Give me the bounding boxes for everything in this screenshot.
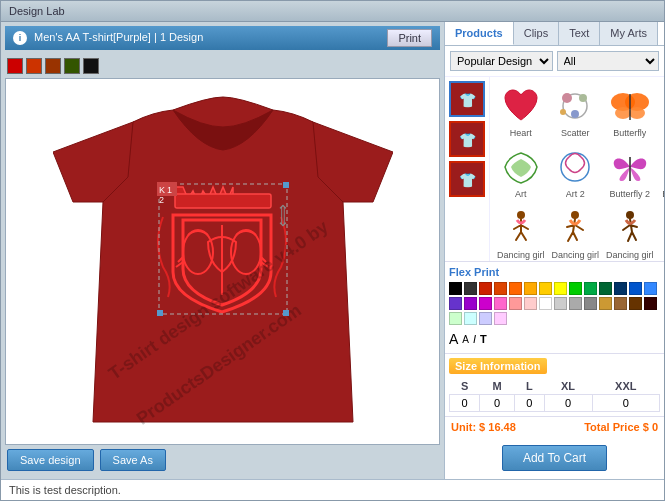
swatch-brown[interactable] bbox=[45, 58, 61, 74]
palette-darkgray[interactable] bbox=[464, 282, 477, 295]
unit-price-value: $ 16.48 bbox=[479, 421, 516, 433]
palette-light-blue[interactable] bbox=[644, 282, 657, 295]
tab-text[interactable]: Text bbox=[559, 22, 600, 45]
swatch-green[interactable] bbox=[64, 58, 80, 74]
flex-print-palette bbox=[449, 282, 660, 325]
thumb-item-1[interactable]: 👕 bbox=[449, 81, 485, 117]
palette-dark-green[interactable] bbox=[599, 282, 612, 295]
flex-print-section: Flex Print bbox=[445, 261, 664, 353]
palette-black[interactable] bbox=[449, 282, 462, 295]
palette-violet[interactable] bbox=[464, 297, 477, 310]
swatch-dark-red[interactable] bbox=[26, 58, 42, 74]
palette-magenta[interactable] bbox=[479, 297, 492, 310]
palette-light-gray[interactable] bbox=[554, 297, 567, 310]
filter-row: Popular Design New Design Featured All A… bbox=[445, 46, 664, 77]
save-design-button[interactable]: Save design bbox=[7, 449, 94, 471]
clip-label-heart: Heart bbox=[510, 128, 532, 138]
text-small-icon[interactable]: A bbox=[462, 334, 469, 345]
palette-white[interactable] bbox=[539, 297, 552, 310]
tab-my-arts[interactable]: My Arts bbox=[600, 22, 658, 45]
swatch-black[interactable] bbox=[83, 58, 99, 74]
palette-very-light-pink[interactable] bbox=[524, 297, 537, 310]
clip-art1[interactable]: Art bbox=[495, 143, 547, 201]
design-count: | 1 Design bbox=[154, 31, 203, 43]
size-val-l[interactable]: 0 bbox=[515, 395, 545, 412]
design-type-select[interactable]: Popular Design New Design Featured bbox=[450, 51, 553, 71]
app-title: Design Lab bbox=[9, 5, 65, 17]
palette-light-pink[interactable] bbox=[509, 297, 522, 310]
palette-navy[interactable] bbox=[614, 282, 627, 295]
thumb-item-2[interactable]: 👕 bbox=[449, 121, 485, 157]
clip-heart[interactable]: Heart bbox=[495, 82, 547, 140]
clip-art2[interactable]: Art 2 bbox=[550, 143, 602, 201]
color-swatches-row bbox=[5, 54, 440, 78]
total-label: Total Price bbox=[584, 421, 639, 433]
clip-dancing1[interactable]: Dancing girl bbox=[495, 204, 547, 261]
clip-dancing2[interactable]: Dancing girl bbox=[550, 204, 602, 261]
swatch-red[interactable] bbox=[7, 58, 23, 74]
size-header-l: L bbox=[515, 378, 545, 395]
size-val-xxl[interactable]: 0 bbox=[592, 395, 659, 412]
flex-print-label: Flex Print bbox=[449, 266, 660, 278]
clips-grid: Heart Scatter bbox=[490, 77, 664, 261]
palette-gold[interactable] bbox=[599, 297, 612, 310]
palette-light-magenta[interactable] bbox=[494, 312, 507, 325]
size-val-xl[interactable]: 0 bbox=[544, 395, 592, 412]
svg-point-35 bbox=[571, 211, 579, 219]
clip-butterfly3[interactable]: Butterfly 3 bbox=[659, 143, 664, 201]
svg-rect-8 bbox=[283, 182, 289, 188]
palette-maroon[interactable] bbox=[644, 297, 657, 310]
tab-products[interactable]: Products bbox=[445, 22, 514, 45]
palette-green[interactable] bbox=[569, 282, 582, 295]
palette-orange-red[interactable] bbox=[494, 282, 507, 295]
svg-rect-9 bbox=[157, 310, 163, 316]
text-italic-icon[interactable]: I bbox=[473, 333, 476, 345]
palette-amber[interactable] bbox=[524, 282, 537, 295]
svg-point-26 bbox=[560, 109, 566, 115]
total-price: Total Price $ 0 bbox=[584, 421, 658, 433]
clip-butterfly1[interactable]: Butterfly bbox=[604, 82, 656, 140]
title-bar: Design Lab bbox=[1, 1, 664, 22]
palette-yellow-amber[interactable] bbox=[539, 282, 552, 295]
size-header-xl: XL bbox=[544, 378, 592, 395]
clips-main-area: 👕 👕 👕 bbox=[445, 77, 664, 261]
palette-mid-gray[interactable] bbox=[584, 297, 597, 310]
size-val-s[interactable]: 0 bbox=[450, 395, 480, 412]
thumb-item-3[interactable]: 👕 bbox=[449, 161, 485, 197]
main-content: i Men's AA T-shirt[Purple] | 1 Design Pr… bbox=[1, 22, 664, 479]
clip-dancing3[interactable]: Dancing girl bbox=[604, 204, 656, 261]
clip-butterfly2[interactable]: Butterfly 2 bbox=[604, 143, 656, 201]
palette-yellow[interactable] bbox=[554, 282, 567, 295]
palette-green2[interactable] bbox=[584, 282, 597, 295]
product-info: i Men's AA T-shirt[Purple] | 1 Design bbox=[13, 31, 203, 45]
thumbnail-column: 👕 👕 👕 bbox=[445, 77, 490, 261]
palette-orange[interactable] bbox=[509, 282, 522, 295]
add-to-cart-button[interactable]: Add To Cart bbox=[502, 445, 607, 471]
svg-point-36 bbox=[626, 211, 634, 219]
palette-gray[interactable] bbox=[569, 297, 582, 310]
clip-symbol6[interactable]: Symbol 6 bbox=[659, 82, 664, 140]
clip-label-dancing1: Dancing girl bbox=[497, 250, 545, 260]
palette-dark-brown[interactable] bbox=[629, 297, 642, 310]
text-large-icon[interactable]: A bbox=[449, 331, 458, 347]
save-as-button[interactable]: Save As bbox=[100, 449, 166, 471]
tab-clips[interactable]: Clips bbox=[514, 22, 559, 45]
palette-purple[interactable] bbox=[449, 297, 462, 310]
palette-brown[interactable] bbox=[614, 297, 627, 310]
canvas-area[interactable]: T-shirt design software v4.0 by Products… bbox=[5, 78, 440, 445]
palette-cyan-light[interactable] bbox=[464, 312, 477, 325]
size-val-m[interactable]: 0 bbox=[480, 395, 515, 412]
category-select[interactable]: All Animals Sports Abstract bbox=[557, 51, 660, 71]
palette-lavender[interactable] bbox=[479, 312, 492, 325]
text-bold-icon[interactable]: T bbox=[480, 333, 487, 345]
svg-rect-10 bbox=[283, 310, 289, 316]
palette-mint[interactable] bbox=[449, 312, 462, 325]
print-button[interactable]: Print bbox=[387, 29, 432, 47]
canvas-footer: Save design Save As bbox=[5, 445, 440, 475]
palette-blue[interactable] bbox=[629, 282, 642, 295]
palette-red[interactable] bbox=[479, 282, 492, 295]
clip-label-dancing3: Dancing girl bbox=[606, 250, 654, 260]
clip-label-dancing2: Dancing girl bbox=[552, 250, 600, 260]
palette-pink[interactable] bbox=[494, 297, 507, 310]
clip-scatter[interactable]: Scatter bbox=[550, 82, 602, 140]
